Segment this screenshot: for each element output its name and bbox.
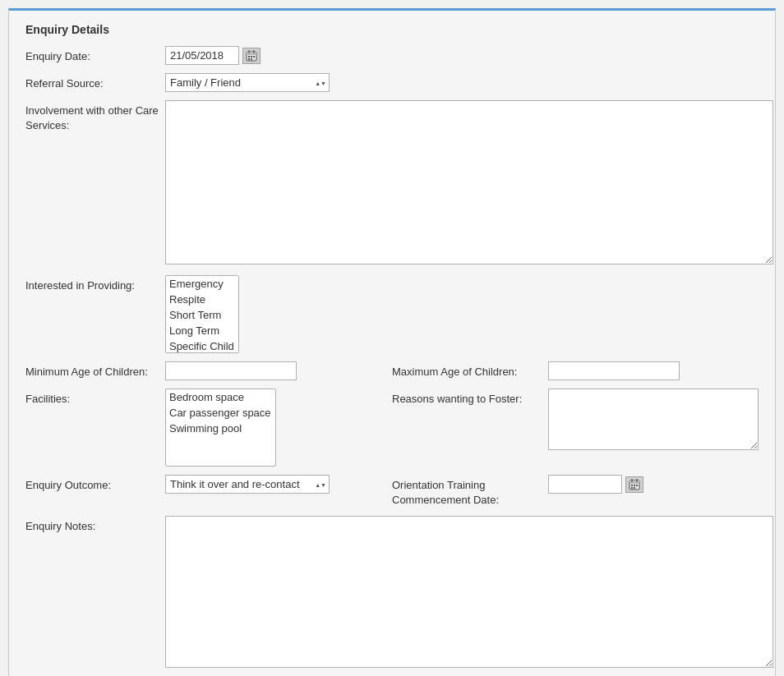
min-age-col: Minimum Age of Children: xyxy=(25,361,392,380)
enquiry-date-calendar-icon[interactable] xyxy=(242,48,261,64)
enquiry-date-control xyxy=(165,46,759,65)
min-age-label: Minimum Age of Children: xyxy=(25,361,165,379)
referral-source-select-wrapper: Family / Friend Internet Newspaper Other xyxy=(165,73,330,92)
svg-rect-6 xyxy=(253,56,255,57)
outcome-select-wrapper: Think it over and re-contact Approved De… xyxy=(165,475,330,494)
facilities-label: Facilities: xyxy=(25,389,165,407)
max-age-label: Maximum Age of Children: xyxy=(392,361,548,379)
enquiry-date-label: Enquiry Date: xyxy=(25,46,165,64)
max-age-col: Maximum Age of Children: xyxy=(392,361,759,380)
reasons-label: Reasons wanting to Foster: xyxy=(392,389,548,407)
facilities-listbox[interactable]: Bedroom space Car passenger space Swimmi… xyxy=(165,389,276,467)
outcome-orientation-row: Enquiry Outcome: Think it over and re-co… xyxy=(25,475,759,508)
outcome-col: Enquiry Outcome: Think it over and re-co… xyxy=(25,475,392,494)
svg-rect-17 xyxy=(634,487,635,489)
involvement-control xyxy=(165,100,773,267)
enquiry-notes-textarea[interactable] xyxy=(165,516,773,668)
svg-rect-1 xyxy=(247,52,256,55)
svg-rect-7 xyxy=(248,58,250,60)
reasons-textarea[interactable] xyxy=(548,389,759,450)
outcome-select[interactable]: Think it over and re-contact Approved De… xyxy=(165,475,330,494)
enquiry-notes-label: Enquiry Notes: xyxy=(25,516,165,534)
referral-source-label: Referral Source: xyxy=(25,73,165,91)
referral-source-row: Referral Source: Family / Friend Interne… xyxy=(25,73,759,92)
max-age-input[interactable] xyxy=(548,361,680,380)
enquiry-date-input[interactable] xyxy=(165,46,239,65)
interested-row: Interested in Providing: Emergency Respi… xyxy=(25,275,759,353)
enquiry-date-row: Enquiry Date: xyxy=(25,46,759,65)
interested-control: Emergency Respite Short Term Long Term S… xyxy=(165,275,759,353)
orientation-col: Orientation Training Commencement Date: xyxy=(392,475,759,508)
card-title: Enquiry Details xyxy=(25,23,759,36)
age-row: Minimum Age of Children: Maximum Age of … xyxy=(25,361,759,380)
interested-label: Interested in Providing: xyxy=(25,275,165,293)
outcome-label: Enquiry Outcome: xyxy=(25,475,165,493)
referral-source-control: Family / Friend Internet Newspaper Other xyxy=(165,73,759,92)
orientation-date-label: Orientation Training Commencement Date: xyxy=(392,475,548,508)
orientation-date-control xyxy=(548,475,643,494)
svg-rect-13 xyxy=(631,485,633,486)
svg-rect-15 xyxy=(636,485,638,486)
facilities-col: Facilities: Bedroom space Car passenger … xyxy=(25,389,392,467)
svg-rect-14 xyxy=(634,485,635,486)
involvement-label: Involvement with other Care Services: xyxy=(25,100,165,133)
orientation-date-input[interactable] xyxy=(548,475,622,494)
reasons-col: Reasons wanting to Foster: xyxy=(392,389,759,450)
referral-source-select[interactable]: Family / Friend Internet Newspaper Other xyxy=(165,73,330,92)
svg-rect-10 xyxy=(630,481,639,484)
svg-rect-16 xyxy=(631,487,633,489)
involvement-textarea[interactable] xyxy=(165,100,773,264)
enquiry-notes-control xyxy=(165,516,773,670)
enquiry-notes-row: Enquiry Notes: xyxy=(25,516,759,670)
svg-rect-8 xyxy=(251,58,252,60)
interested-listbox[interactable]: Emergency Respite Short Term Long Term S… xyxy=(165,275,239,353)
svg-rect-4 xyxy=(248,56,250,57)
svg-rect-5 xyxy=(251,56,252,57)
involvement-row: Involvement with other Care Services: xyxy=(25,100,759,267)
min-age-input[interactable] xyxy=(165,361,297,380)
facilities-reasons-row: Facilities: Bedroom space Car passenger … xyxy=(25,389,759,467)
orientation-date-calendar-icon[interactable] xyxy=(625,476,643,493)
